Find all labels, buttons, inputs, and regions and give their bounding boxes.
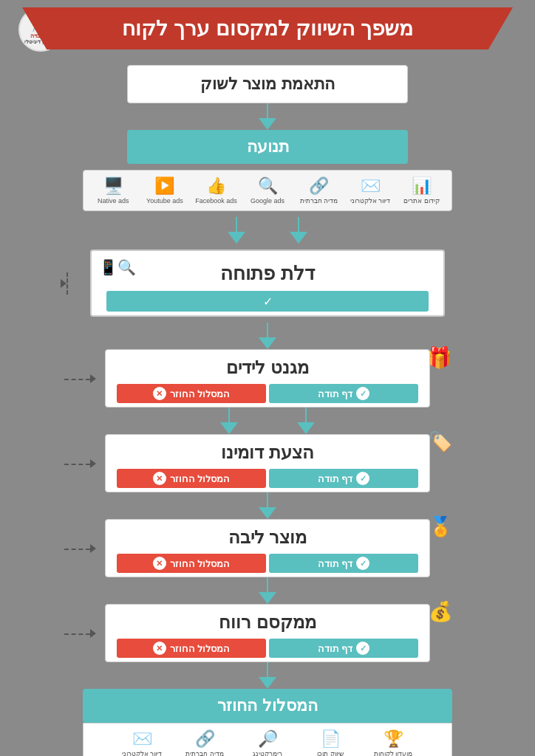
- max-thank-you: ✓ דף תודה: [269, 639, 418, 658]
- social-icon: 🔗: [309, 176, 329, 196]
- percent-icon: 🏷️: [429, 430, 452, 453]
- native-label: Native ads: [98, 197, 129, 205]
- check-3: ✓: [356, 557, 369, 570]
- ah2: [297, 422, 315, 434]
- dash-d-head: [90, 459, 96, 468]
- open-door-container: 🔍📱 דלת פתוחה ✓: [90, 244, 445, 323]
- traffic-item-native: 🖥️ Native ads: [89, 176, 137, 205]
- max-box: ממקסם רווח ✓ דף תודה המסלול החוזר ✕: [105, 604, 430, 662]
- core-return: המסלול החוזר ✕: [117, 554, 266, 573]
- medal-icon: 🏅: [429, 515, 452, 538]
- check-2: ✓: [356, 472, 369, 485]
- max-cols: ✓ דף תודה המסלול החוזר ✕: [117, 639, 418, 658]
- bottom-content-icon: 📄: [321, 729, 341, 749]
- coins-icon: 💰: [429, 600, 452, 623]
- al2: [305, 408, 307, 422]
- bottom-email-label: דיוור אלקטרוני: [122, 750, 163, 756]
- traffic-icons-row: 🖥️ Native ads ▶️ Youtube ads 👍 Facebook …: [83, 170, 452, 211]
- x-4: ✕: [153, 642, 166, 655]
- domino-container: 🏷️ הצעת דומינו ✓ דף תודה המסלול החוזר ✕: [90, 434, 445, 492]
- dashed-head: [61, 279, 67, 288]
- lead-magnet-box: מגנט לידים ✓ דף תודה המסלול החוזר ✕: [105, 349, 430, 408]
- check-4: ✓: [356, 642, 369, 655]
- x-1: ✕: [153, 387, 166, 400]
- arrow-head-r: [228, 232, 245, 244]
- arrow-3-head: [259, 507, 276, 519]
- dash-connector: [64, 379, 90, 380]
- arrow-5-head: [259, 677, 276, 689]
- double-arrow-2: [105, 408, 430, 434]
- traffic-item-google: 🔍 Google ads: [244, 176, 292, 205]
- bottom-email-icon: ✉️: [132, 729, 152, 749]
- search-corner-icon: 🔍📱: [99, 258, 136, 276]
- ar2: [228, 408, 230, 422]
- core-container: 🏅 מוצר ליבה ✓ דף תודה המסלול החוזר ✕: [90, 519, 445, 577]
- return-path-label-3: המסלול החוזר: [170, 558, 231, 569]
- seo-label: קידום אתרים: [403, 197, 440, 205]
- arrow-4-head: [259, 592, 276, 604]
- facebook-label: Facebook ads: [195, 197, 237, 205]
- open-door-box: 🔍📱 דלת פתוחה ✓: [90, 250, 445, 317]
- dashed-line: [67, 272, 68, 295]
- arrow-line-r: [236, 217, 237, 232]
- open-door-title: דלת פתוחה: [106, 262, 429, 285]
- domino-thank-you: ✓ דף תודה: [269, 469, 418, 488]
- dash-m-head: [90, 629, 96, 638]
- arrow-4: [267, 577, 268, 592]
- arh2: [220, 422, 238, 434]
- return-path-label-1: המסלול החוזר: [170, 388, 231, 399]
- traffic-item-seo: 📊 קידום אתרים: [398, 176, 446, 205]
- thank-you-label-2: דף תודה: [318, 473, 353, 484]
- core-thank-you: ✓ דף תודה: [269, 554, 418, 573]
- traffic-box: תנועה: [127, 130, 408, 164]
- social-label: מדיה חברתית: [300, 197, 338, 205]
- bottom-container: המסלול החוזר ✉️ דיוור אלקטרוני 🔗 מדיה חב…: [83, 689, 452, 756]
- bottom-item-club: 🏆 מועדון לקוחות: [367, 729, 419, 756]
- bottom-item-social: 🔗 מדיה חברתית: [179, 729, 231, 756]
- arrow-3: [267, 492, 268, 507]
- bottom-club-icon: 🏆: [384, 729, 403, 749]
- page-header: משפך השיווק למקסום ערך לקוח: [22, 7, 513, 49]
- market-fit-box: התאמת מוצר לשוק: [127, 65, 408, 103]
- core-cols: ✓ דף תודה המסלול החוזר ✕: [117, 554, 418, 573]
- arrow-1-head: [259, 118, 276, 130]
- email-label: דיוור אלקטרוני: [350, 197, 391, 205]
- arrow-2: [267, 323, 268, 337]
- bottom-remarketing-icon: 🔎: [258, 729, 278, 749]
- lead-magnet-return: המסלול החוזר ✕: [117, 384, 266, 403]
- gift-icon: 🎁: [426, 346, 452, 370]
- native-icon: 🖥️: [103, 176, 123, 196]
- arrow-1: [267, 103, 268, 118]
- domino-title: הצעת דומינו: [117, 442, 418, 463]
- dashed-arrow-open: [61, 272, 68, 295]
- x-2: ✕: [153, 472, 166, 485]
- arrow-2-head: [259, 337, 276, 349]
- double-arrow-2r: [220, 408, 238, 434]
- open-door-check: ✓: [106, 291, 429, 312]
- facebook-icon: 👍: [206, 176, 226, 196]
- domino-box: הצעת דומינו ✓ דף תודה המסלול החוזר ✕: [105, 434, 430, 492]
- core-box: מוצר ליבה ✓ דף תודה המסלול החוזר ✕: [105, 519, 430, 577]
- max-return: המסלול החוזר ✕: [117, 639, 266, 658]
- core-title: מוצר ליבה: [117, 527, 418, 548]
- traffic-item-email: ✉️ דיוור אלקטרוני: [347, 176, 395, 205]
- page-title: משפך השיווק למקסום ערך לקוח: [37, 16, 498, 41]
- bottom-remarketing-label: רימרקטינג: [253, 750, 282, 756]
- flow-diagram: התאמת מוצר לשוק תנועה 🖥️ Native ads ▶️ Y…: [30, 61, 505, 756]
- max-title: ממקסם רווח: [117, 612, 418, 633]
- domino-return: המסלול החוזר ✕: [117, 469, 266, 488]
- bottom-content-label: שיווק תוכן: [317, 750, 344, 756]
- x-3: ✕: [153, 557, 166, 570]
- dash-c-head: [90, 544, 96, 553]
- google-icon: 🔍: [258, 176, 278, 196]
- lead-magnet-container: 🎁 מגנט לידים ✓ דף תודה המסלול החוזר ✕: [90, 349, 445, 408]
- thank-you-label-3: דף תודה: [318, 558, 353, 569]
- thank-you-label-4: דף תודה: [318, 643, 353, 654]
- lead-magnet-thank-you: ✓ דף תודה: [269, 384, 418, 403]
- traffic-item-social: 🔗 מדיה חברתית: [295, 176, 343, 205]
- traffic-item-youtube: ▶️ Youtube ads: [141, 176, 189, 205]
- google-label: Google ads: [251, 197, 284, 205]
- youtube-label: Youtube ads: [146, 197, 183, 205]
- bottom-item-email: ✉️ דיוור אלקטרוני: [116, 729, 168, 756]
- arrow-line-l: [298, 217, 299, 232]
